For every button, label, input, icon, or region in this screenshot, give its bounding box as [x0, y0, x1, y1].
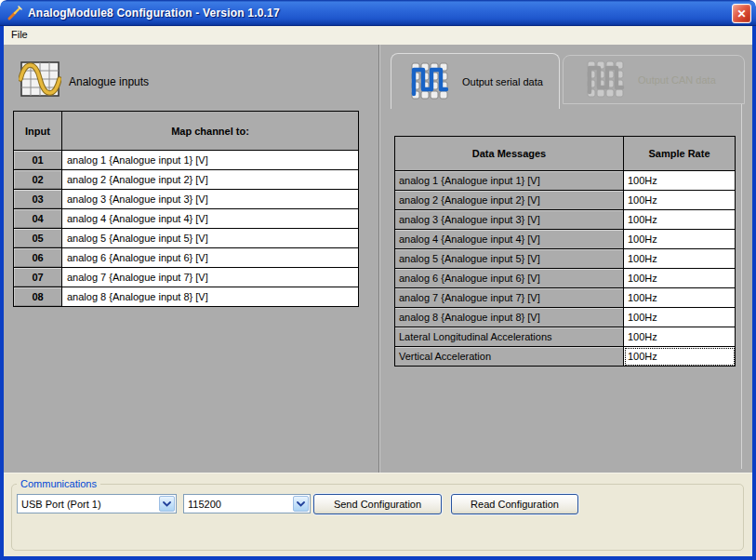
- window-title: AnalogModule8 Configuration - Version 1.…: [28, 7, 280, 20]
- table-row: 06 analog 6 {Analogue input 6} [V]: [14, 248, 359, 268]
- port-combobox[interactable]: USB Port (Port 1): [17, 494, 177, 513]
- window-frame: File Analogue inputs: [0, 26, 756, 560]
- channel-mapping-cell[interactable]: analog 2 {Analogue input 2} [V]: [62, 170, 359, 190]
- channel-mapping-cell[interactable]: analog 5 {Analogue input 5} [V]: [62, 229, 359, 248]
- channel-mapping-cell[interactable]: analog 4 {Analogue input 4} [V]: [62, 209, 359, 229]
- channel-mapping-cell[interactable]: analog 6 {Analogue input 6} [V]: [62, 248, 359, 268]
- data-message-cell: analog 1 {Analogue input 1} [V]: [395, 171, 624, 191]
- table-row: analog 1 {Analogue input 1} [V] 100Hz: [395, 171, 736, 191]
- baud-rate-combobox[interactable]: 115200: [183, 494, 311, 513]
- input-number: 02: [14, 170, 62, 190]
- channel-mapping-cell[interactable]: analog 7 {Analogue input 7} [V]: [62, 268, 359, 287]
- tab-label: Output CAN data: [638, 74, 716, 86]
- panel-divider: [378, 45, 380, 473]
- tab-label: Output serial data: [462, 76, 543, 87]
- sample-rate-cell[interactable]: 100Hz: [624, 327, 736, 347]
- data-message-cell: analog 5 {Analogue input 5} [V]: [395, 249, 624, 269]
- column-header-data-messages: Data Messages: [395, 137, 624, 171]
- table-row: 05 analog 5 {Analogue input 5} [V]: [14, 229, 359, 248]
- port-combobox-value: USB Port (Port 1): [18, 499, 159, 510]
- table-row: analog 7 {Analogue input 7} [V] 100Hz: [395, 288, 736, 308]
- sample-rate-cell[interactable]: 100Hz: [624, 249, 736, 269]
- sample-rate-cell[interactable]: 100Hz: [624, 171, 736, 191]
- sample-rate-cell-focused[interactable]: 100Hz: [624, 347, 736, 367]
- table-row: 07 analog 7 {Analogue input 7} [V]: [14, 268, 359, 287]
- input-number: 03: [14, 190, 62, 209]
- data-message-cell: Vertical Acceleration: [395, 347, 624, 367]
- input-number: 07: [14, 268, 62, 287]
- table-row: 01 analog 1 {Analogue input 1} [V]: [14, 151, 359, 170]
- input-number: 01: [14, 151, 62, 170]
- data-messages-table: Data Messages Sample Rate analog 1 {Anal…: [394, 136, 736, 367]
- table-row: analog 8 {Analogue input 8} [V] 100Hz: [395, 308, 736, 327]
- table-row: 02 analog 2 {Analogue input 2} [V]: [14, 170, 359, 190]
- column-header-sample-rate: Sample Rate: [624, 137, 736, 171]
- sample-rate-cell[interactable]: 100Hz: [624, 191, 736, 210]
- table-header-row: Data Messages Sample Rate: [395, 137, 736, 171]
- sample-rate-cell[interactable]: 100Hz: [624, 230, 736, 249]
- channel-mapping-cell[interactable]: analog 1 {Analogue input 1} [V]: [62, 151, 359, 170]
- table-row: analog 6 {Analogue input 6} [V] 100Hz: [395, 269, 736, 288]
- sample-rate-cell[interactable]: 100Hz: [624, 210, 736, 230]
- close-button[interactable]: ✕: [732, 4, 751, 23]
- table-row: 04 analog 4 {Analogue input 4} [V]: [14, 209, 359, 229]
- tab-page-border: [741, 102, 742, 469]
- input-number: 06: [14, 248, 62, 268]
- tab-output-serial-data[interactable]: Output serial data: [391, 53, 560, 109]
- column-header-input: Input: [14, 112, 62, 151]
- chevron-down-icon[interactable]: [293, 496, 309, 512]
- data-message-cell: Lateral Longitudinal Accelerations: [395, 327, 624, 347]
- table-header-row: Input Map channel to:: [14, 112, 359, 151]
- table-row: 03 analog 3 {Analogue input 3} [V]: [14, 190, 359, 209]
- serial-data-icon: [410, 61, 449, 102]
- data-message-cell: analog 3 {Analogue input 3} [V]: [395, 210, 624, 230]
- input-number: 04: [14, 209, 62, 229]
- data-message-cell: analog 4 {Analogue input 4} [V]: [395, 230, 624, 249]
- input-number: 05: [14, 229, 62, 248]
- table-row: analog 5 {Analogue input 5} [V] 100Hz: [395, 249, 736, 269]
- analogue-inputs-label: Analogue inputs: [69, 75, 149, 88]
- tab-output-can-data: Output CAN data: [563, 55, 745, 104]
- send-configuration-button[interactable]: Send Configuration: [313, 494, 442, 514]
- table-row: analog 2 {Analogue input 2} [V] 100Hz: [395, 191, 736, 210]
- analogue-inputs-icon: [19, 58, 61, 102]
- read-configuration-button[interactable]: Read Configuration: [451, 494, 578, 514]
- chevron-down-icon[interactable]: [159, 496, 175, 512]
- title-bar[interactable]: AnalogModule8 Configuration - Version 1.…: [0, 0, 756, 26]
- data-message-cell: analog 2 {Analogue input 2} [V]: [395, 191, 624, 210]
- app-window: AnalogModule8 Configuration - Version 1.…: [0, 0, 756, 560]
- app-icon: [7, 5, 23, 21]
- menu-bar: File: [4, 26, 752, 45]
- channel-mapping-cell[interactable]: analog 3 {Analogue input 3} [V]: [62, 190, 359, 209]
- menu-file[interactable]: File: [4, 26, 35, 43]
- channel-mapping-cell[interactable]: analog 8 {Analogue input 8} [V]: [62, 287, 359, 307]
- data-message-cell: analog 6 {Analogue input 6} [V]: [395, 269, 624, 288]
- sample-rate-cell[interactable]: 100Hz: [624, 269, 736, 288]
- communications-label: Communications: [17, 478, 100, 489]
- communications-panel: Communications USB Port (Port 1) 115200 …: [4, 473, 752, 556]
- main-workspace: Analogue inputs Input Map channel to: 01…: [4, 45, 752, 473]
- input-mapping-table: Input Map channel to: 01 analog 1 {Analo…: [13, 111, 359, 307]
- table-row: Vertical Acceleration 100Hz: [395, 347, 736, 367]
- baud-rate-combobox-value: 115200: [184, 499, 293, 510]
- sample-rate-cell[interactable]: 100Hz: [624, 288, 736, 308]
- column-header-map-channel: Map channel to:: [62, 112, 359, 151]
- input-number: 08: [14, 287, 62, 307]
- data-message-cell: analog 8 {Analogue input 8} [V]: [395, 308, 624, 327]
- table-row: analog 3 {Analogue input 3} [V] 100Hz: [395, 210, 736, 230]
- table-row: Lateral Longitudinal Accelerations 100Hz: [395, 327, 736, 347]
- can-data-icon: [586, 60, 625, 100]
- sample-rate-cell[interactable]: 100Hz: [624, 308, 736, 327]
- data-message-cell: analog 7 {Analogue input 7} [V]: [395, 288, 624, 308]
- table-row: analog 4 {Analogue input 4} [V] 100Hz: [395, 230, 736, 249]
- table-row: 08 analog 8 {Analogue input 8} [V]: [14, 287, 359, 307]
